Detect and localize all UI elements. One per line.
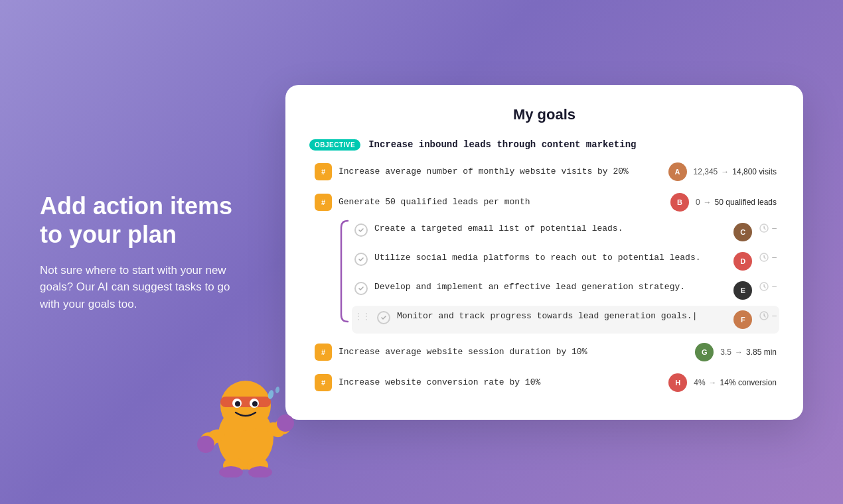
task-row-3[interactable]: Develop and implement an effective lead … [352, 277, 779, 304]
kr2-avatar: B [670, 193, 689, 212]
kr4-end: 14% conversion [720, 378, 777, 387]
main-description: Not sure where to start with your new go… [40, 262, 252, 313]
task-row-1[interactable]: Create a targeted email list of potentia… [352, 218, 779, 246]
kr3-end: 3.85 min [746, 347, 777, 357]
task4-avatar: F [733, 310, 752, 329]
task3-avatar: E [733, 281, 752, 300]
objective-badge: OBJECTIVE [309, 139, 360, 151]
svg-point-6 [252, 401, 258, 407]
mascot [192, 358, 299, 477]
kr1-text: Increase average number of monthly websi… [339, 166, 662, 176]
task3-dash: – [772, 282, 777, 291]
task1-avatar: C [733, 223, 752, 241]
kr-hash-icon-1: # [315, 163, 332, 180]
kr3-arrow: → [735, 347, 743, 357]
kr3-avatar: G [695, 343, 714, 361]
kr2-start: 0 [696, 198, 700, 207]
task4-time: – [759, 310, 777, 321]
kr2-metric: 0 → 50 qualified leads [696, 198, 777, 207]
main-heading: Add action items to your plan [40, 192, 252, 249]
kr1-arrow: → [721, 167, 729, 176]
goals-card: My goals OBJECTIVE Increase inbound lead… [285, 85, 803, 420]
check-icon-2 [354, 253, 368, 266]
bracket-decoration [339, 218, 352, 335]
drag-handle-icon[interactable]: ⋮⋮ [354, 312, 370, 321]
task2-dash: – [772, 253, 777, 262]
task1-time: – [759, 223, 777, 233]
key-result-row-3[interactable]: # Increase average website session durat… [309, 338, 779, 367]
task2-avatar: D [733, 252, 752, 271]
task4-text: Monitor and track progress towards lead … [397, 310, 727, 322]
kr4-metric: 4% → 14% conversion [694, 378, 777, 387]
svg-point-11 [197, 436, 214, 453]
check-icon-1 [354, 223, 368, 237]
task-row-2[interactable]: Utilize social media platforms to reach … [352, 247, 779, 275]
objective-row: OBJECTIVE Increase inbound leads through… [309, 139, 779, 151]
svg-point-12 [277, 414, 294, 432]
kr1-start: 12,345 [694, 167, 718, 176]
kr2-text: Generate 50 qualified leads per month [339, 197, 664, 207]
kr1-avatar: A [668, 162, 687, 181]
svg-rect-2 [220, 397, 271, 407]
tasks-bracket-section: Create a targeted email list of potentia… [339, 218, 779, 335]
task-row-4[interactable]: ⋮⋮ Monitor and track progress towards le… [352, 306, 779, 334]
kr3-start: 3.5 [720, 347, 731, 357]
task1-text: Create a targeted email list of potentia… [374, 223, 727, 235]
check-icon-3 [354, 282, 368, 295]
kr4-text: Increase website conversion rate by 10% [339, 377, 662, 387]
task4-dash: – [772, 311, 777, 320]
kr-hash-icon-4: # [315, 374, 332, 391]
kr2-arrow: → [704, 198, 712, 207]
svg-point-18 [275, 387, 280, 394]
task2-time: – [759, 252, 777, 263]
kr-hash-icon-2: # [315, 194, 332, 211]
check-icon-4 [377, 311, 390, 324]
kr4-avatar: H [668, 373, 687, 392]
task3-time: – [759, 281, 777, 292]
key-result-row-2[interactable]: # Generate 50 qualified leads per month … [309, 188, 779, 217]
kr2-end: 50 qualified leads [715, 198, 777, 207]
key-result-row-4[interactable]: # Increase website conversion rate by 10… [309, 368, 779, 397]
svg-point-5 [235, 401, 240, 407]
task2-text: Utilize social media platforms to reach … [374, 252, 727, 264]
kr3-text: Increase average website session duratio… [339, 347, 688, 357]
kr1-metric: 12,345 → 14,800 visits [694, 167, 777, 176]
kr3-metric: 3.5 → 3.85 min [720, 347, 777, 357]
card-title: My goals [309, 106, 779, 123]
kr-hash-icon-3: # [315, 344, 332, 361]
kr1-end: 14,800 visits [732, 167, 777, 176]
key-result-row-1[interactable]: # Increase average number of monthly web… [309, 157, 779, 186]
kr4-arrow: → [709, 378, 717, 387]
left-panel: Add action items to your plan Not sure w… [40, 192, 252, 313]
task3-text: Develop and implement an effective lead … [374, 281, 727, 293]
task1-dash: – [772, 223, 777, 233]
tasks-list: Create a targeted email list of potentia… [352, 218, 779, 335]
objective-text: Increase inbound leads through content m… [368, 139, 636, 150]
kr4-start: 4% [694, 378, 705, 387]
